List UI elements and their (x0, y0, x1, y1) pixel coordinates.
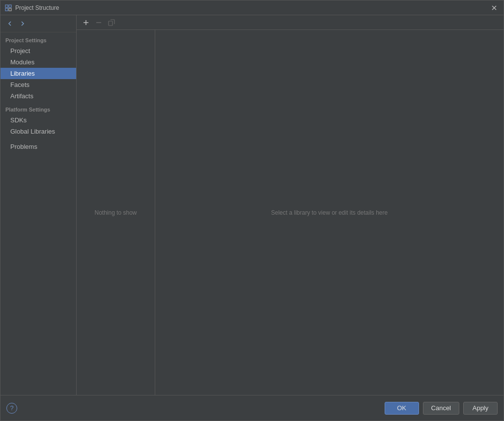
svg-rect-1 (9, 5, 11, 7)
bottom-bar-right: OK Cancel Apply (385, 402, 498, 415)
structure-icon (4, 4, 12, 12)
nav-forward-button[interactable] (17, 18, 28, 29)
svg-rect-0 (5, 5, 8, 7)
help-button[interactable]: ? (6, 403, 17, 414)
empty-list-text: Nothing to show (94, 209, 137, 216)
svg-rect-2 (5, 8, 8, 11)
sidebar-nav-buttons (0, 15, 76, 32)
content-area: Project Settings Project Modules Librari… (0, 15, 504, 395)
sidebar-item-modules[interactable]: Modules (0, 56, 76, 68)
apply-button[interactable]: Apply (463, 402, 498, 415)
bottom-bar: ? OK Cancel Apply (0, 395, 504, 421)
sidebar-item-global-libraries[interactable]: Global Libraries (0, 126, 76, 137)
sidebar-item-libraries[interactable]: Libraries (0, 68, 76, 79)
split-panel: Nothing to show Select a library to view… (77, 30, 504, 395)
nav-back-button[interactable] (4, 18, 15, 29)
title-bar-left: Project Structure (4, 4, 59, 12)
sidebar-item-problems[interactable]: Problems (0, 141, 76, 152)
sidebar: Project Settings Project Modules Librari… (0, 15, 77, 395)
list-panel: Nothing to show (77, 30, 155, 395)
project-structure-window: Project Structure (0, 0, 504, 421)
detail-hint-text: Select a library to view or edit its det… (271, 209, 388, 216)
ok-button[interactable]: OK (385, 402, 419, 415)
detail-panel: Select a library to view or edit its det… (155, 30, 504, 395)
svg-rect-3 (9, 8, 11, 11)
add-button[interactable] (81, 17, 91, 28)
sidebar-item-facets[interactable]: Facets (0, 79, 76, 90)
bottom-bar-left: ? (6, 403, 17, 414)
remove-button[interactable] (93, 17, 104, 28)
title-bar: Project Structure (0, 0, 504, 15)
close-button[interactable] (489, 2, 500, 13)
main-toolbar (77, 15, 504, 30)
cancel-button[interactable]: Cancel (423, 402, 459, 415)
copy-button[interactable] (106, 17, 117, 28)
svg-rect-9 (109, 21, 112, 26)
sidebar-item-project[interactable]: Project (0, 45, 76, 56)
main-panel: Nothing to show Select a library to view… (77, 15, 504, 395)
sidebar-item-artifacts[interactable]: Artifacts (0, 90, 76, 102)
window-title: Project Structure (15, 4, 59, 11)
platform-settings-label: Platform Settings (0, 102, 76, 114)
project-settings-label: Project Settings (0, 32, 76, 45)
sidebar-item-sdks[interactable]: SDKs (0, 114, 76, 126)
